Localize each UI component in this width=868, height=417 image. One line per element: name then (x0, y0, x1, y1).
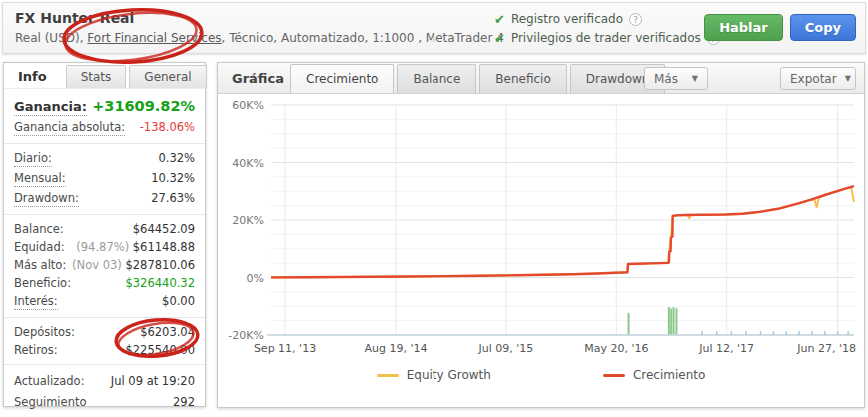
divider (4, 143, 205, 144)
stat-daily-label: Diario: (14, 151, 52, 167)
stat-daily-value: 0.32% (158, 151, 195, 165)
verified-privileges-label: Privilegios de trader verificados (511, 29, 701, 48)
chart-tabs: Crecimiento Balance Beneficio Drawdown (290, 64, 665, 93)
stat-equity: Equidad: (94.87%) $61148.88 (4, 238, 205, 256)
chart-panel-title: Gráfica (232, 71, 284, 86)
stat-drawdown-label: Drawdown: (14, 191, 79, 207)
stat-tracking-value: 292 (173, 395, 195, 409)
more-dropdown[interactable]: Más▼ (644, 67, 708, 90)
stat-interest-label: Interés: (14, 294, 58, 310)
stat-monthly: Mensual: 10.32% (4, 169, 205, 189)
account-page: FX Hunter Real Real (USD), Fort Financia… (0, 0, 868, 417)
stat-gain-value: +31609.82% (92, 98, 195, 114)
svg-text:-20K%: -20K% (228, 329, 264, 342)
stat-gain-label: Ganancia: (14, 99, 87, 116)
stat-interest-value: $0.00 (162, 294, 195, 308)
chart-legend: Equity Growth Crecimiento (218, 368, 864, 382)
stat-balance-value: $64452.09 (133, 222, 195, 236)
stat-tracking: Seguimiento 292 (4, 393, 205, 411)
stat-daily: Diario: 0.32% (4, 149, 205, 169)
verified-track-record: ✔ Registro verificado ? (494, 10, 720, 29)
stat-profit: Beneficio: $326440.32 (4, 274, 205, 292)
stat-withdrawals-label: Retiros: (14, 343, 58, 357)
verified-privileges: ✔ Privilegios de trader verificados ? (494, 29, 720, 48)
copy-button[interactable]: Copy (790, 14, 856, 41)
account-subtitle: Real (USD), Fort Financial Services, Téc… (15, 31, 504, 45)
verified-track-record-label: Registro verificado (511, 10, 623, 29)
stat-monthly-value: 10.32% (151, 171, 195, 185)
chart-header: Gráfica Crecimiento Balance Beneficio Dr… (218, 63, 864, 94)
divider (4, 214, 205, 215)
stat-equity-value: (94.87%) $61148.88 (76, 240, 195, 254)
svg-text:20K%: 20K% (232, 214, 264, 227)
svg-text:40K%: 40K% (232, 157, 264, 170)
divider (4, 364, 205, 365)
stat-drawdown-value: 27.63% (151, 191, 195, 205)
header-buttons: Hablar Copy (704, 14, 856, 41)
svg-text:0%: 0% (247, 272, 264, 285)
stat-equity-label: Equidad: (14, 240, 65, 254)
svg-text:Jul 12, '17: Jul 12, '17 (698, 342, 754, 355)
stats-sidebar: Info Stats General Ganancia: +31609.82% … (3, 62, 206, 407)
svg-text:60K%: 60K% (232, 99, 264, 112)
tab-balance[interactable]: Balance (397, 64, 476, 93)
stat-monthly-label: Mensual: (14, 171, 66, 187)
growth-line-swatch (603, 374, 625, 377)
account-title: FX Hunter Real (15, 10, 134, 26)
chart-panel: Gráfica Crecimiento Balance Beneficio Dr… (217, 62, 865, 408)
tab-growth[interactable]: Crecimiento (290, 64, 394, 93)
account-meta: , Técnico, Automatizado, 1:1000 , MetaTr… (222, 31, 504, 45)
stat-withdrawals-value: $225540.00 (125, 343, 195, 357)
stat-deposits: Depósitos: $6203.04 (4, 323, 205, 341)
check-icon: ✔ (494, 29, 505, 48)
stat-deposits-label: Depósitos: (14, 325, 75, 339)
account-type: Real (USD), (15, 31, 87, 45)
stat-drawdown: Drawdown: 27.63% (4, 189, 205, 209)
chevron-down-icon: ▼ (692, 74, 698, 83)
stat-updated-label: Actualizado: (14, 374, 85, 388)
broker-link[interactable]: Fort Financial Services (87, 31, 221, 45)
stat-abs-gain-value: -138.06% (140, 120, 195, 134)
growth-chart: -20K%0%20K%40K%60K%Sep 11, '13Aug 19, '1… (218, 97, 862, 363)
verification-block: ✔ Registro verificado ? ✔ Privilegios de… (494, 10, 720, 48)
stat-highest-label: Más alto: (14, 258, 66, 272)
stat-interest: Interés: $0.00 (4, 292, 205, 312)
tab-info[interactable]: Info (4, 65, 63, 88)
svg-text:Aug 19, '14: Aug 19, '14 (364, 342, 427, 355)
equity-line-swatch (377, 374, 399, 377)
stat-highest-value: (Nov 03) $287810.06 (72, 258, 195, 272)
stat-updated-value: Jul 09 at 19:20 (111, 374, 195, 388)
sidebar-tabs: Info Stats General (4, 63, 205, 89)
check-icon: ✔ (494, 10, 505, 29)
stat-profit-label: Beneficio: (14, 276, 71, 290)
stat-highest-date: (Nov 03) (72, 258, 125, 272)
account-header: FX Hunter Real Real (USD), Fort Financia… (2, 2, 866, 54)
stat-gain: Ganancia: +31609.82% (4, 89, 205, 118)
svg-text:Jul 09, '15: Jul 09, '15 (478, 342, 534, 355)
stat-deposits-value: $6203.04 (140, 325, 195, 339)
svg-text:Jun 27, '18: Jun 27, '18 (796, 342, 856, 355)
stat-abs-gain: Ganancia absoluta: -138.06% (4, 118, 205, 138)
svg-text:Sep 11, '13: Sep 11, '13 (254, 342, 316, 355)
stat-highest: Más alto: (Nov 03) $287810.06 (4, 256, 205, 274)
stat-withdrawals: Retiros: $225540.00 (4, 341, 205, 359)
tab-general[interactable]: General (129, 65, 206, 88)
chevron-down-icon: ▼ (845, 74, 851, 83)
stat-profit-value: $326440.32 (125, 276, 195, 290)
tab-profit[interactable]: Beneficio (479, 64, 566, 93)
help-icon[interactable]: ? (629, 13, 642, 26)
stat-balance-label: Balance: (14, 222, 64, 236)
talk-button[interactable]: Hablar (704, 14, 783, 41)
stat-balance: Balance: $64452.09 (4, 220, 205, 238)
legend-equity-growth[interactable]: Equity Growth (377, 368, 491, 382)
divider (4, 317, 205, 318)
stat-equity-pct: (94.87%) (76, 240, 132, 254)
svg-text:May 20, '16: May 20, '16 (584, 342, 648, 355)
stat-abs-gain-label: Ganancia absoluta: (14, 120, 125, 136)
stat-tracking-label: Seguimiento (14, 395, 86, 409)
legend-growth[interactable]: Crecimiento (603, 368, 705, 382)
tab-stats[interactable]: Stats (66, 65, 127, 88)
export-dropdown[interactable]: Expotar▼ (780, 67, 856, 90)
stat-updated: Actualizado: Jul 09 at 19:20 (4, 370, 205, 390)
